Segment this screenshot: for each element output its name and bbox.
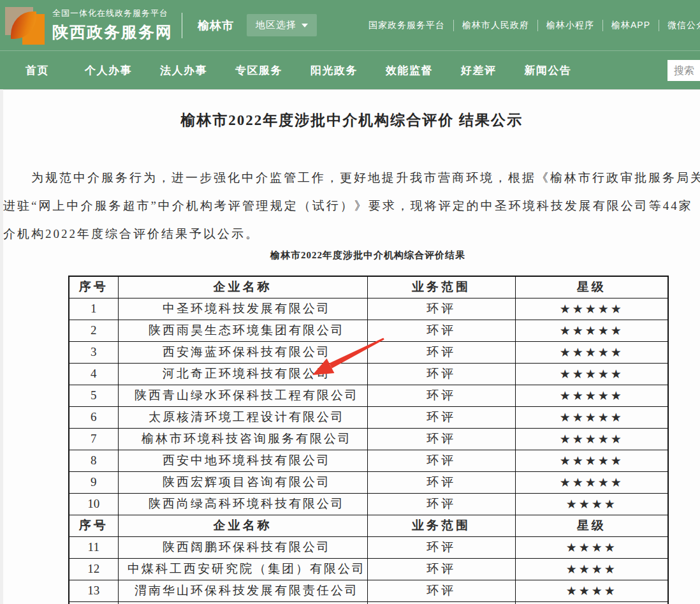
table-row: 1中圣环境科技发展有限公司环评★★★★★: [69, 298, 668, 320]
company-name-cell: 榆林市环境科技咨询服务有限公司: [118, 428, 367, 450]
brand-block: 全国一体化在线政务服务平台 陕西政务服务网: [52, 8, 173, 43]
paragraph-line: 进驻“网上中介服务超市”中介机构考评管理规定（试行）》要求，现将评定的中圣环境科…: [3, 192, 700, 220]
column-header: 星级: [515, 276, 668, 298]
business-scope-cell: 环评: [367, 558, 515, 580]
empty-cell: [367, 601, 515, 604]
business-scope-cell: 环评: [367, 341, 515, 363]
row-number-cell: 4: [69, 363, 118, 385]
link-national-platform[interactable]: 国家政务服务平台: [368, 20, 453, 31]
table-row: 2陕西雨昊生态环境集团有限公司环评★★★★★: [69, 320, 668, 341]
page: 全国一体化在线政务服务平台 陕西政务服务网 榆林市 地区选择 国家政务服务平台 …: [0, 0, 700, 604]
business-scope-cell: 环评: [367, 363, 515, 385]
star-rating-cell: ★★★★★: [515, 450, 668, 471]
row-number-cell: 11: [69, 536, 118, 558]
announcement-content: 榆林市2022年度涉批中介机构综合评价 结果公示 为规范中介服务行为，进一步强化…: [3, 89, 700, 604]
table-row: 5陕西青山绿水环保科技工程有限公司环评★★★★★: [69, 385, 668, 406]
star-rating-cell: ★★★★★: [515, 298, 668, 320]
search-input[interactable]: [667, 60, 700, 81]
table-caption: 榆林市2022年度涉批中介机构综合评价结果: [68, 248, 667, 262]
site-logo-icon: [5, 6, 45, 45]
star-rating-cell: ★★★★★: [515, 385, 668, 406]
nav-item-corporate[interactable]: 法人办事: [160, 63, 207, 78]
business-scope-cell: 环评: [367, 385, 515, 406]
row-number-cell: 13: [69, 580, 118, 601]
empty-cell: [118, 601, 367, 604]
company-name-cell: 太原核清环境工程设计有限公司: [118, 406, 367, 428]
row-number-cell: 10: [69, 493, 118, 515]
column-header: 企业名称: [118, 276, 367, 298]
company-name-cell: 西安中地环境科技有限公司: [118, 450, 367, 471]
nav-item-zone-services[interactable]: 专区服务: [235, 63, 282, 78]
star-rating-cell: ★★★★: [515, 493, 668, 515]
row-number-cell: 8: [69, 450, 118, 471]
nav-item-news[interactable]: 新闻公告: [525, 63, 572, 78]
column-header: 业务范围: [367, 515, 515, 536]
table-row: 10陕西尚绿高科环境科技有限公司环评★★★★: [69, 493, 668, 515]
star-rating-cell: ★★★★: [515, 558, 668, 580]
company-name-cell: 陕西雨昊生态环境集团有限公司: [118, 320, 367, 341]
business-scope-cell: 环评: [367, 320, 515, 341]
company-name-cell: 陕西阔鹏环保科技有限公司: [118, 536, 367, 558]
nav-item-efficiency[interactable]: 效能监督: [386, 63, 433, 78]
header-links: 国家政务服务平台 榆林市人民政府 榆林小程序 榆林APP 微信公众号 注册: [368, 0, 700, 50]
table-row: 9陕西宏辉项目咨询有限公司环评★★★★★: [69, 471, 668, 493]
page-title: 榆林市2022年度涉批中介机构综合评价 结果公示: [3, 109, 700, 132]
star-rating-cell: ★★★★: [515, 536, 668, 558]
link-mini-program[interactable]: 榆林小程序: [537, 20, 602, 31]
announcement-paragraph: 为规范中介服务行为，进一步强化中介监管工作，更好地提升我市营商环境，根据《榆林市…: [3, 164, 700, 248]
chevron-down-icon: [302, 24, 308, 27]
row-number-cell: 12: [69, 558, 118, 580]
table-row: 8西安中地环境科技有限公司环评★★★★★: [69, 450, 668, 471]
company-name-cell: 中圣环境科技发展有限公司: [118, 298, 367, 320]
business-scope-cell: 环评: [367, 580, 515, 601]
column-header: 星级: [515, 515, 668, 536]
table-row: 12中煤科工西安研究院（集团）有限公司环评★★★★: [69, 558, 668, 580]
star-rating-cell: ★★★★★: [515, 363, 668, 385]
table-header-row: 序号企业名称业务范围星级: [69, 276, 668, 298]
business-scope-cell: 环评: [367, 536, 515, 558]
nav-item-open-government[interactable]: 阳光政务: [310, 63, 358, 78]
column-header: 序号: [69, 276, 118, 298]
table-row: 6太原核清环境工程设计有限公司环评★★★★★: [69, 406, 668, 428]
company-name-cell: 河北奇正环境科技有限公司: [118, 363, 367, 385]
nav-item-rating[interactable]: 好差评: [461, 63, 497, 78]
region-selector-button[interactable]: 地区选择: [247, 14, 317, 36]
star-rating-cell: ★★★★★: [515, 341, 668, 363]
link-city-government[interactable]: 榆林市人民政府: [453, 20, 537, 31]
site-name: 陕西政务服务网: [52, 22, 173, 43]
business-scope-cell: 环评: [367, 406, 515, 428]
business-scope-cell: 环评: [367, 428, 515, 450]
row-number-cell: 9: [69, 471, 118, 493]
table-row: 11陕西阔鹏环保科技有限公司环评★★★★: [69, 536, 668, 558]
company-name-cell: 陕西青山绿水环保科技工程有限公司: [118, 385, 367, 406]
row-number-cell: 6: [69, 406, 118, 428]
platform-label: 全国一体化在线政务服务平台: [52, 8, 173, 19]
row-number-cell: 7: [69, 428, 118, 450]
star-rating-cell: ★★★★★: [515, 406, 668, 428]
table-header-row: 序号企业名称业务范围星级: [69, 515, 668, 536]
table-row: 13渭南华山环保科技发展有限责任公司环评★★★★: [69, 580, 668, 601]
paragraph-line: 为规范中介服务行为，进一步强化中介监管工作，更好地提升我市营商环境，根据《榆林市…: [3, 164, 700, 192]
row-number-cell: 1: [69, 298, 118, 320]
evaluation-table-body: 序号企业名称业务范围星级1中圣环境科技发展有限公司环评★★★★★2陕西雨昊生态环…: [69, 276, 668, 604]
company-name-cell: 陕西尚绿高科环境科技有限公司: [118, 493, 367, 515]
table-row: 3西安海蓝环保科技有限公司环评★★★★★: [69, 341, 668, 363]
link-app[interactable]: 榆林APP: [602, 20, 659, 31]
company-name-cell: 陕西宏辉项目咨询有限公司: [118, 471, 367, 493]
company-name-cell: 西安海蓝环保科技有限公司: [118, 341, 367, 363]
paragraph-line: 介机构2022年度综合评价结果予以公示。: [3, 220, 700, 248]
row-number-cell: 2: [69, 320, 118, 341]
link-wechat-account[interactable]: 微信公众号: [659, 20, 700, 31]
table-row-clipped: [69, 601, 668, 604]
business-scope-cell: 环评: [367, 298, 515, 320]
business-scope-cell: 环评: [367, 493, 515, 515]
region-selector-label: 地区选择: [256, 19, 296, 31]
star-rating-cell: ★★★★★: [515, 428, 668, 450]
star-rating-cell: ★★★★★: [515, 471, 668, 493]
evaluation-table: 序号企业名称业务范围星级1中圣环境科技发展有限公司环评★★★★★2陕西雨昊生态环…: [68, 276, 669, 604]
star-rating-cell: ★★★★★: [515, 320, 668, 341]
top-header: 全国一体化在线政务服务平台 陕西政务服务网 榆林市 地区选择 国家政务服务平台 …: [0, 0, 700, 50]
nav-item-home[interactable]: 首页: [26, 63, 49, 78]
column-header: 业务范围: [367, 276, 515, 298]
nav-item-personal[interactable]: 个人办事: [85, 63, 132, 78]
